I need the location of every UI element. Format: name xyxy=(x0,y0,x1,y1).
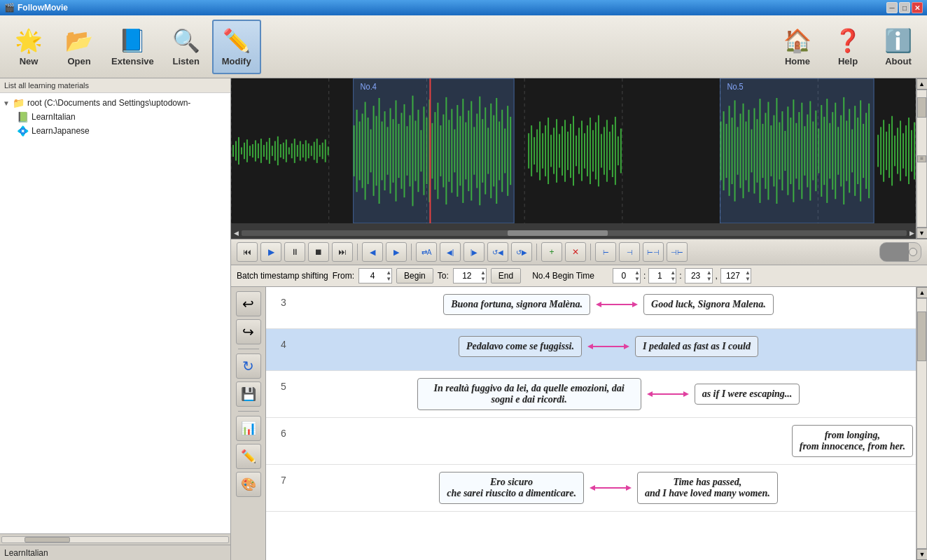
home-button[interactable]: 🏠 Home xyxy=(773,20,822,74)
to-label: To: xyxy=(438,271,449,281)
refresh-btn[interactable]: ↻ xyxy=(236,354,261,379)
svg-rect-16 xyxy=(241,147,242,154)
ab-repeat-btn[interactable]: ⇄A xyxy=(416,242,437,262)
open-button[interactable]: 📂 Open xyxy=(55,20,104,74)
loop-btn[interactable]: ↺◀ xyxy=(487,242,508,262)
align-center-btn[interactable]: ⊣ xyxy=(619,242,640,262)
svg-rect-178 xyxy=(829,123,830,178)
open-icon: 📂 xyxy=(65,27,93,54)
to-input[interactable]: 12 ▲▼ xyxy=(453,268,487,284)
expand-btn[interactable]: ⊢⊣ xyxy=(643,242,664,262)
svg-rect-198 xyxy=(891,116,893,186)
stop-btn[interactable]: ⏹ xyxy=(308,242,329,262)
svg-rect-14 xyxy=(235,141,237,161)
svg-rect-112 xyxy=(548,118,549,184)
to-spinbox[interactable]: ▲▼ xyxy=(480,270,486,282)
color-btn[interactable]: 🎨 xyxy=(236,472,261,497)
scroll-track-v[interactable]: ≡ xyxy=(916,90,927,227)
sidebar-scroll-thumb[interactable] xyxy=(25,537,70,542)
minimize-button[interactable]: ─ xyxy=(886,2,898,13)
svg-rect-135 xyxy=(612,125,613,177)
svg-rect-29 xyxy=(277,136,279,165)
ts2-input[interactable]: 23 ▲▼ xyxy=(685,268,713,284)
loop2-btn[interactable]: ↺▶ xyxy=(511,242,532,262)
sub-scroll-up[interactable]: ▲ xyxy=(916,287,927,298)
ts0-input[interactable]: 0 ▲▼ xyxy=(613,268,641,284)
subtitle-italian-4[interactable]: Pedalavo come se fuggissi. xyxy=(459,336,582,357)
svg-rect-24 xyxy=(263,145,265,157)
subtitle-english-5[interactable]: as if I were escaping... xyxy=(695,384,800,405)
svg-rect-82 xyxy=(448,120,449,181)
tree-root[interactable]: ▼ 📁 root (C:\Documents and Settings\upto… xyxy=(3,96,228,110)
svg-rect-132 xyxy=(604,127,605,174)
sidebar-item-learnjapanese[interactable]: 💠 LearnJapanese xyxy=(3,124,228,138)
collapse-btn[interactable]: ⊣⊢ xyxy=(667,242,688,262)
subtitle-english-6[interactable]: from longing,from innocence, from her. xyxy=(792,425,913,457)
waveform-timeline: 01:22 01:23 01:24 01:25 01:26 01:27 01:2… xyxy=(231,223,916,239)
align-left-btn[interactable]: ⊢ xyxy=(595,242,616,262)
svg-rect-17 xyxy=(244,143,245,159)
listen-label: Listen xyxy=(173,56,200,66)
table-row: 7 Ero sicuroche sarei riuscito a dimenti… xyxy=(266,465,916,512)
sidebar-scroll-track[interactable] xyxy=(1,536,229,543)
redo-btn[interactable]: ↪ xyxy=(236,319,261,344)
begin-button[interactable]: Begin xyxy=(396,268,433,284)
svg-rect-46 xyxy=(325,139,326,162)
delete-marker-btn[interactable]: ✕ xyxy=(565,242,586,262)
row-num-5: 5 xyxy=(266,375,301,392)
arrow-5 xyxy=(641,387,695,401)
skip-start-btn[interactable]: ⏮ xyxy=(237,242,258,262)
subtitle-italian-3[interactable]: Buona fortuna, signora Malèna. xyxy=(443,294,590,315)
svg-rect-76 xyxy=(431,123,433,178)
subtitle-italian-5[interactable]: In realtà fuggivo da lei, da quelle emoz… xyxy=(417,378,641,410)
svg-rect-168 xyxy=(801,103,802,200)
ts1-input[interactable]: 1 ▲▼ xyxy=(648,268,676,284)
subtitle-italian-7[interactable]: Ero sicuroche sarei riuscito a dimentica… xyxy=(439,472,584,504)
scroll-up-btn[interactable]: ▲ xyxy=(916,78,928,90)
svg-rect-147 xyxy=(743,104,744,198)
svg-rect-205 xyxy=(911,130,912,172)
modify-button[interactable]: ✏️ Modify xyxy=(212,20,261,74)
from-label: From: xyxy=(333,271,354,281)
subtitle-english-7[interactable]: Time has passed,and I have loved many wo… xyxy=(637,472,778,504)
subtitle-panel: 3 Buona fortuna, signora Malèna. Good xyxy=(266,287,916,560)
svg-rect-99 xyxy=(496,98,497,204)
sub-scroll-thumb[interactable] xyxy=(917,312,926,361)
extensive-button[interactable]: 📘 Extensive xyxy=(105,20,160,74)
prev-sentence-btn[interactable]: ◀ xyxy=(362,242,383,262)
svg-rect-185 xyxy=(849,109,850,193)
skip-end-btn[interactable]: ⏭ xyxy=(332,242,353,262)
save-btn[interactable]: 💾 xyxy=(236,382,261,407)
undo-btn[interactable]: ↩ xyxy=(236,291,261,316)
from-spinbox[interactable]: ▲▼ xyxy=(386,270,391,282)
add-marker-btn[interactable]: + xyxy=(541,242,562,262)
next-sentence-btn[interactable]: ▶ xyxy=(386,242,407,262)
volume-slider[interactable] xyxy=(879,242,921,262)
end-button[interactable]: End xyxy=(491,268,521,284)
svg-rect-150 xyxy=(751,130,752,173)
maximize-button[interactable]: □ xyxy=(899,2,910,13)
sidebar-item-learnitalian[interactable]: 📗 LearnItalian xyxy=(3,110,228,124)
new-button[interactable]: 🌟 New xyxy=(4,20,53,74)
sidebar-scrollbar[interactable] xyxy=(0,533,230,545)
scroll-down-btn[interactable]: ▼ xyxy=(916,227,928,239)
about-button[interactable]: ℹ️ About xyxy=(874,20,923,74)
ts3-input[interactable]: 127 ▲▼ xyxy=(720,268,751,284)
play-btn[interactable]: ▶ xyxy=(260,242,281,262)
sub-scroll-down[interactable]: ▼ xyxy=(916,549,927,560)
listen-button[interactable]: 🔍 Listen xyxy=(162,20,211,74)
waveform-svg[interactable]: No.4 No.5 xyxy=(231,78,916,223)
pause-btn[interactable]: ⏸ xyxy=(284,242,305,262)
svg-rect-95 xyxy=(485,107,486,194)
help-button[interactable]: ❓ Help xyxy=(823,20,872,74)
subtitle-english-3[interactable]: Good luck, Signora Malena. xyxy=(643,294,774,315)
present-btn[interactable]: 📊 xyxy=(236,416,261,441)
subtitle-english-4[interactable]: I pedaled as fast as I could xyxy=(635,336,758,357)
mark-b-btn[interactable]: |▶ xyxy=(464,242,485,262)
from-input[interactable]: 4 ▲▼ xyxy=(358,268,392,284)
mark-a-btn[interactable]: ◀| xyxy=(440,242,461,262)
scroll-thumb-v[interactable] xyxy=(917,97,926,118)
close-button[interactable]: ✕ xyxy=(912,2,923,13)
edit-btn[interactable]: ✏️ xyxy=(236,444,261,469)
sub-scroll-track[interactable] xyxy=(916,298,927,549)
